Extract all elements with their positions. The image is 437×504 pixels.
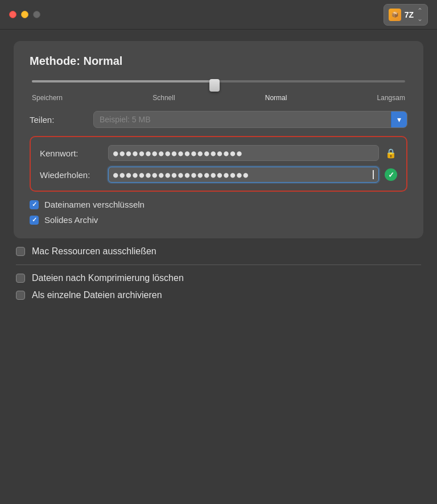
divider-1 (16, 265, 421, 265)
outer-checkbox-mac-box[interactable] (16, 247, 25, 256)
check-icon: ✓ (385, 168, 397, 181)
chevron-updown-icon: ⌃⌄ (417, 7, 423, 23)
slider-fill (32, 80, 218, 82)
title-bar: 📦 7Z ⌃⌄ (0, 0, 437, 30)
app-selector[interactable]: 📦 7Z ⌃⌄ (384, 4, 428, 26)
teilen-placeholder: Beispiel: 5 MB (94, 111, 391, 127)
main-content: Methode: Normal Speichern Schnell Normal… (0, 30, 437, 504)
outer-checkbox-dateien[interactable]: Dateien nach Komprimierung löschen (16, 273, 421, 283)
outer-checkbox-mac[interactable]: Mac Ressourcen ausschließen (16, 246, 421, 257)
checkbox-solides-label: Solides Archiv (44, 215, 98, 225)
app-name-label: 7Z (405, 10, 414, 19)
slider-labels: Speichern Schnell Normal Langsam (32, 94, 405, 102)
outer-checkbox-mac-label: Mac Ressourcen ausschließen (32, 246, 156, 257)
outer-options: Mac Ressourcen ausschließen Dateien nach… (14, 246, 423, 300)
dropdown-chevron-icon: ▾ (397, 115, 401, 124)
outer-checkbox-dateien-box[interactable] (16, 274, 25, 283)
checkbox-solides-check: ✓ (32, 216, 37, 224)
slider-label-speichern: Speichern (32, 94, 63, 102)
slider-label-normal: Normal (265, 94, 287, 102)
checkbox-dateinamen-check: ✓ (32, 201, 37, 208)
kennwort-row: Kennwort: ●●●●●●●●●●●●●●●●●●●● 🔒 (40, 145, 397, 161)
checkbox-solides[interactable]: ✓ Solides Archiv (30, 215, 407, 225)
minimize-button[interactable] (21, 11, 28, 18)
slider-thumb[interactable] (209, 79, 220, 92)
compression-slider-container: Speichern Schnell Normal Langsam (30, 80, 407, 102)
close-button[interactable] (9, 11, 17, 18)
card-checkboxes: ✓ Dateinamen verschlüsseln ✓ Solides Arc… (30, 200, 407, 225)
teilen-combo[interactable]: Beispiel: 5 MB ▾ (93, 111, 407, 128)
outer-checkbox-einzelne-label: Als einzelne Dateien archivieren (32, 290, 162, 300)
outer-checkbox-dateien-label: Dateien nach Komprimierung löschen (32, 273, 184, 283)
kennwort-input[interactable]: ●●●●●●●●●●●●●●●●●●●● (108, 145, 379, 161)
teilen-dropdown-btn[interactable]: ▾ (391, 111, 407, 127)
slider-label-schnell: Schnell (152, 94, 175, 102)
text-cursor (373, 170, 374, 179)
checkbox-solides-box[interactable]: ✓ (30, 216, 39, 225)
kennwort-label: Kennwort: (40, 148, 102, 158)
wiederholen-dots: ●●●●●●●●●●●●●●●●●●●●● (113, 170, 372, 179)
lock-icon-container: 🔒 (385, 147, 397, 159)
checkbox-dateinamen-label: Dateinamen verschlüsseln (44, 200, 145, 209)
wiederholen-label: Wiederholen: (40, 170, 102, 180)
maximize-button[interactable] (33, 11, 40, 18)
check-icon-container: ✓ (385, 168, 397, 181)
teilen-row: Teilen: Beispiel: 5 MB ▾ (30, 111, 407, 128)
teilen-label: Teilen: (30, 115, 86, 125)
outer-checkbox-einzelne[interactable]: Als einzelne Dateien archivieren (16, 290, 421, 300)
checkbox-dateinamen[interactable]: ✓ Dateinamen verschlüsseln (30, 200, 407, 209)
kennwort-dots: ●●●●●●●●●●●●●●●●●●●● (113, 148, 374, 158)
wiederholen-input[interactable]: ●●●●●●●●●●●●●●●●●●●●● (108, 167, 379, 183)
password-section: Kennwort: ●●●●●●●●●●●●●●●●●●●● 🔒 Wiederh… (30, 136, 407, 192)
app-icon: 📦 (389, 9, 401, 21)
lock-icon: 🔒 (385, 148, 397, 159)
method-title: Methode: Normal (30, 55, 407, 68)
wiederholen-row: Wiederholen: ●●●●●●●●●●●●●●●●●●●●● ✓ (40, 167, 397, 183)
settings-card: Methode: Normal Speichern Schnell Normal… (14, 41, 423, 238)
outer-checkbox-einzelne-box[interactable] (16, 291, 25, 300)
checkbox-dateinamen-box[interactable]: ✓ (30, 200, 39, 209)
slider-label-langsam: Langsam (377, 94, 405, 102)
